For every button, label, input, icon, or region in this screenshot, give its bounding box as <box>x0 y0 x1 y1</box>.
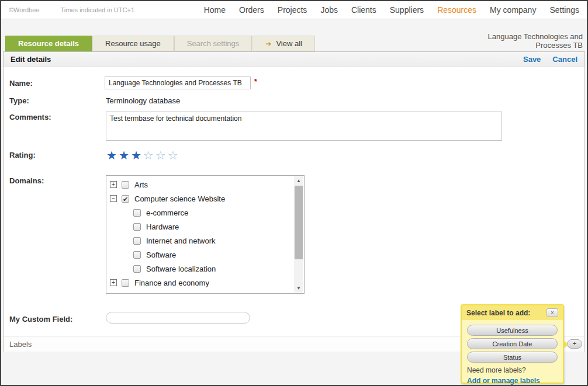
cancel-button[interactable]: Cancel <box>552 55 577 64</box>
tree-item-label: Internet and network <box>146 237 216 245</box>
tree-row: +Arts <box>106 178 294 192</box>
checkbox-unchecked[interactable] <box>122 293 129 294</box>
required-marker: * <box>254 78 257 86</box>
main-nav: HomeOrdersProjectsJobsClientsSuppliersRe… <box>204 5 579 15</box>
nav-item-clients[interactable]: Clients <box>351 5 376 15</box>
tab-resource-usage[interactable]: Resource usage <box>92 36 174 51</box>
nav-item-settings[interactable]: Settings <box>549 5 579 15</box>
custom-field-label: My Custom Field: <box>9 315 72 324</box>
checkbox-unchecked[interactable] <box>133 265 141 273</box>
tree-row: +Finance and economy <box>106 276 294 290</box>
domains-tree: +Arts−✔Computer science Websitee-commerc… <box>106 178 294 294</box>
label-option-usefulness[interactable]: Usefulness <box>467 325 558 336</box>
nav-item-my-company[interactable]: My company <box>490 5 536 15</box>
tab-search-settings: Search settings <box>174 36 253 51</box>
tree-row: + <box>106 290 294 294</box>
tree-row: e-commerce <box>106 206 294 220</box>
labels-section-title: Labels <box>9 340 32 349</box>
domains-listbox: +Arts−✔Computer science Websitee-commerc… <box>106 175 305 294</box>
star-empty-icon[interactable]: ☆ <box>143 149 155 162</box>
checkbox-unchecked[interactable] <box>122 181 129 189</box>
expand-icon[interactable]: + <box>110 181 117 188</box>
star-filled-icon[interactable]: ★ <box>131 149 143 162</box>
checkbox-unchecked[interactable] <box>133 237 141 245</box>
top-bar: ©Wordbee Times indicated in UTC+1 HomeOr… <box>1 1 587 19</box>
star-empty-icon[interactable]: ☆ <box>168 149 180 162</box>
scroll-down-icon[interactable]: ▼ <box>294 284 303 293</box>
tree-item-label: Finance and economy <box>134 279 209 287</box>
nav-item-jobs[interactable]: Jobs <box>320 5 338 15</box>
tree-row: Internet and network <box>106 234 294 248</box>
tree-item-label: Software localization <box>146 265 216 273</box>
domains-label: Domains: <box>9 176 44 185</box>
page-title: Edit details <box>11 55 51 64</box>
select-label-popup: Select label to add: × UsefulnessCreatio… <box>461 304 564 384</box>
scroll-up-icon[interactable]: ▲ <box>294 176 303 185</box>
tree-row: Software localization <box>106 262 294 276</box>
nav-item-home[interactable]: Home <box>204 5 226 15</box>
rating-stars[interactable]: ★★★☆☆☆ <box>106 148 180 162</box>
add-label-button[interactable]: + <box>567 339 582 349</box>
tree-item-label: Hardware <box>146 222 179 231</box>
save-button[interactable]: Save <box>523 55 541 64</box>
nav-item-resources[interactable]: Resources <box>437 5 476 15</box>
nav-item-suppliers[interactable]: Suppliers <box>390 5 424 15</box>
checkbox-unchecked[interactable] <box>133 223 141 231</box>
tree-row: Hardware <box>106 220 294 234</box>
timezone-note: Times indicated in UTC+1 <box>61 6 134 13</box>
label-option-creation-date[interactable]: Creation Date <box>467 338 558 349</box>
popup-pointer <box>563 340 568 349</box>
checkbox-unchecked[interactable] <box>133 209 141 217</box>
expand-icon[interactable]: + <box>110 279 117 286</box>
checkbox-checked[interactable]: ✔ <box>122 195 129 203</box>
nav-item-orders[interactable]: Orders <box>239 5 264 15</box>
close-icon[interactable]: × <box>547 308 558 317</box>
popup-title: Select label to add: <box>466 309 530 317</box>
wordbee-logo: ©Wordbee <box>9 6 40 13</box>
add-or-manage-labels-link[interactable]: Add or manage labels <box>467 377 540 385</box>
need-more-labels-text: Need more labels? <box>467 366 558 374</box>
tree-item-label: Arts <box>134 180 148 189</box>
app-window: ©Wordbee Times indicated in UTC+1 HomeOr… <box>0 0 588 386</box>
expand-icon[interactable]: + <box>110 293 117 294</box>
type-value: Terminology database <box>106 96 180 105</box>
rating-label: Rating: <box>9 151 36 159</box>
star-filled-icon[interactable]: ★ <box>106 149 119 162</box>
checkbox-unchecked[interactable] <box>133 251 141 259</box>
comments-input[interactable] <box>106 112 502 141</box>
popup-body: UsefulnessCreation DateStatus Need more … <box>462 320 563 385</box>
nav-item-projects[interactable]: Projects <box>278 5 307 15</box>
tab-bar: Resource detailsResource usageSearch set… <box>5 36 316 51</box>
arrow-right-icon: ➔ <box>265 40 271 48</box>
resource-context-title: Language Technologies and Processes TB <box>457 32 583 50</box>
star-filled-icon[interactable]: ★ <box>119 149 131 162</box>
tab-resource-details[interactable]: Resource details <box>5 36 92 51</box>
checkbox-unchecked[interactable] <box>122 279 129 287</box>
edit-details-header: Edit details Save Cancel <box>4 52 584 67</box>
tree-item-label: e-commerce <box>146 208 188 217</box>
tree-row: −✔Computer science Website <box>106 192 294 206</box>
label-option-status[interactable]: Status <box>467 352 558 363</box>
custom-field-input[interactable] <box>106 312 250 324</box>
scrollbar-thumb[interactable] <box>295 186 303 259</box>
name-label: Name: <box>9 79 33 88</box>
tree-row: Software <box>106 248 294 262</box>
tree-item-label: Software <box>146 251 176 259</box>
collapse-icon[interactable]: − <box>110 195 117 202</box>
scrollbar[interactable]: ▲ ▼ <box>294 176 303 293</box>
tree-item-label: Computer science Website <box>134 194 225 203</box>
comments-label: Comments: <box>9 113 51 121</box>
popup-header: Select label to add: × <box>462 305 563 320</box>
star-empty-icon[interactable]: ☆ <box>155 149 168 162</box>
type-label: Type: <box>9 96 29 105</box>
name-input[interactable] <box>105 76 251 89</box>
tab-view-all[interactable]: ➔View all <box>253 36 315 51</box>
